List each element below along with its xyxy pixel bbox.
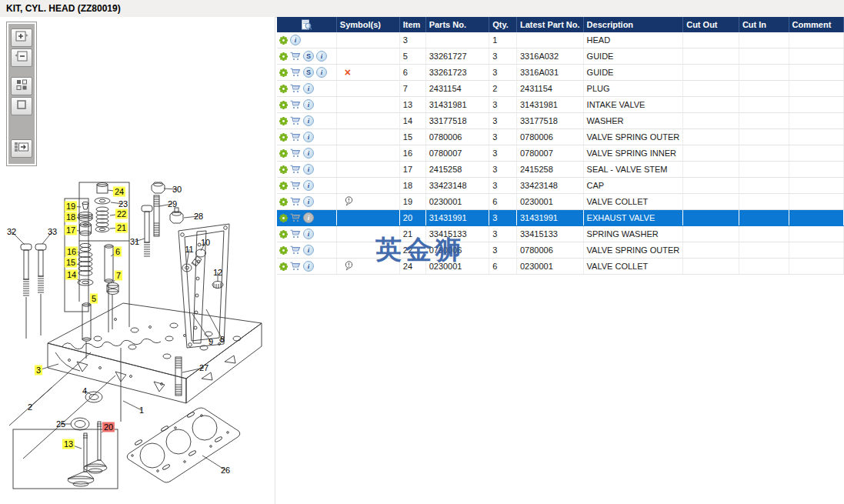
- zoom-out-button[interactable]: [11, 48, 32, 67]
- diagram-callout-12[interactable]: 12: [212, 268, 224, 278]
- icons-cell[interactable]: i: [277, 259, 336, 275]
- gear-icon[interactable]: [279, 165, 288, 174]
- diagram-callout-16[interactable]: 16: [65, 247, 78, 257]
- diagram-callout-17[interactable]: 17: [65, 225, 77, 235]
- info-badge-icon[interactable]: i: [303, 132, 314, 142]
- column-header-comment[interactable]: Comment: [789, 17, 843, 32]
- column-header-cut_in[interactable]: Cut In: [739, 17, 789, 32]
- info-badge-icon[interactable]: i: [316, 67, 327, 78]
- icons-cell[interactable]: i: [277, 226, 336, 242]
- icons-cell[interactable]: i: [277, 194, 336, 210]
- icons-cell[interactable]: i: [277, 145, 336, 162]
- gear-icon[interactable]: [279, 52, 288, 61]
- info-badge-icon[interactable]: i: [290, 35, 301, 45]
- gear-icon[interactable]: [279, 246, 288, 255]
- info-badge-icon[interactable]: i: [303, 164, 314, 175]
- diagram-callout-13[interactable]: 13: [62, 439, 75, 449]
- cart-icon[interactable]: [290, 84, 301, 93]
- column-header-latest[interactable]: Latest Part No.: [516, 17, 583, 32]
- diagram-callout-30[interactable]: 30: [171, 185, 183, 195]
- zoom-in-button[interactable]: [11, 28, 32, 47]
- diagram-callout-26[interactable]: 26: [219, 466, 232, 476]
- diagram-callout-6[interactable]: 6: [114, 247, 122, 257]
- icons-cell[interactable]: i: [277, 162, 336, 178]
- icons-cell[interactable]: i: [277, 32, 336, 48]
- table-row-item-21[interactable]: i2133415133333415133SPRING WASHER: [277, 226, 844, 242]
- gear-icon[interactable]: [279, 149, 288, 158]
- diagram-callout-8[interactable]: 8: [219, 335, 226, 345]
- column-header-symbol[interactable]: Symbol(s): [336, 17, 399, 32]
- diagram-callout-19[interactable]: 19: [65, 202, 77, 212]
- icons-cell[interactable]: i: [277, 242, 336, 259]
- cart-icon[interactable]: [290, 100, 301, 109]
- cart-icon[interactable]: [290, 149, 301, 158]
- column-header-parts_no[interactable]: Parts No.: [425, 17, 489, 32]
- cart-icon[interactable]: [290, 116, 301, 125]
- icons-cell[interactable]: i: [277, 113, 336, 129]
- single-view-button[interactable]: [11, 97, 32, 115]
- icons-cell[interactable]: i: [277, 210, 336, 226]
- gear-icon[interactable]: [279, 262, 288, 271]
- icons-cell[interactable]: i: [277, 81, 336, 97]
- table-row-item-16[interactable]: i16078000730780007VALVE SPRING INNER: [277, 145, 844, 162]
- column-header-cut_out[interactable]: Cut Out: [683, 17, 739, 32]
- info-badge-icon[interactable]: i: [303, 196, 314, 207]
- diagram-callout-21[interactable]: 21: [115, 223, 128, 233]
- tile-view-button[interactable]: [11, 77, 32, 95]
- table-row-item-15[interactable]: i15078000630780006VALVE SPRING OUTER: [277, 129, 844, 145]
- superseded-badge-icon[interactable]: S: [303, 67, 314, 78]
- column-header-icons[interactable]: [277, 17, 336, 32]
- gear-icon[interactable]: [279, 133, 288, 142]
- table-row-item-13[interactable]: i1331431981331431981INTAKE VALVE: [277, 97, 844, 113]
- gear-icon[interactable]: [279, 182, 288, 190]
- diagram-callout-14[interactable]: 14: [65, 270, 78, 280]
- table-row-item-17[interactable]: i17241525832415258SEAL - VALVE STEM: [277, 162, 844, 178]
- gear-icon[interactable]: [279, 198, 288, 206]
- diagram-callout-5[interactable]: 5: [90, 294, 98, 304]
- diagram-callout-15[interactable]: 15: [65, 258, 77, 268]
- table-row-item-3[interactable]: i31HEAD: [277, 32, 844, 48]
- info-badge-icon[interactable]: i: [303, 261, 314, 272]
- gear-icon[interactable]: [279, 85, 288, 93]
- column-header-item[interactable]: Item: [399, 17, 425, 32]
- diagram-callout-28[interactable]: 28: [192, 212, 205, 222]
- info-badge-icon[interactable]: i: [303, 115, 314, 126]
- diagram-callout-20[interactable]: 20: [102, 422, 115, 432]
- diagram-callout-31[interactable]: 31: [128, 237, 141, 247]
- cart-icon[interactable]: [290, 213, 301, 222]
- diagram-callout-7[interactable]: 7: [115, 271, 122, 281]
- diagram-callout-4[interactable]: 4: [81, 386, 88, 396]
- icons-cell[interactable]: Si: [277, 65, 336, 81]
- diagram-callout-10[interactable]: 10: [199, 238, 212, 248]
- cart-icon[interactable]: [290, 181, 301, 190]
- diagram-callout-29[interactable]: 29: [166, 199, 178, 209]
- icons-cell[interactable]: Si: [277, 48, 336, 65]
- gear-icon[interactable]: [279, 214, 288, 222]
- gear-icon[interactable]: [279, 68, 288, 77]
- gear-icon[interactable]: [279, 36, 288, 45]
- icons-cell[interactable]: i: [277, 178, 336, 194]
- info-badge-icon[interactable]: i: [303, 229, 314, 239]
- diagram-callout-25[interactable]: 25: [55, 419, 67, 429]
- cart-icon[interactable]: [290, 197, 301, 206]
- table-row-item-20[interactable]: i2031431991331431991EXHAUST VALVE: [277, 210, 844, 226]
- diagram-callout-33[interactable]: 33: [46, 227, 58, 237]
- table-row-item-5[interactable]: Si53326172733316A032GUIDE: [277, 48, 844, 65]
- toggle-list-button[interactable]: [11, 139, 32, 158]
- info-badge-icon[interactable]: i: [316, 51, 327, 62]
- column-header-desc[interactable]: Description: [583, 17, 683, 32]
- table-row-item-7[interactable]: i7243115422431154PLUG: [277, 81, 844, 97]
- cart-icon[interactable]: [290, 52, 301, 61]
- diagram-callout-23[interactable]: 23: [117, 199, 129, 209]
- icons-cell[interactable]: i: [277, 129, 336, 145]
- diagram-callout-2[interactable]: 2: [26, 402, 34, 412]
- cart-icon[interactable]: [290, 262, 301, 271]
- info-badge-icon[interactable]: i: [303, 99, 314, 110]
- table-row-item-22[interactable]: i22078000630780006VALVE SPRING OUTER: [277, 242, 844, 259]
- cart-icon[interactable]: [290, 245, 301, 255]
- gear-icon[interactable]: [279, 101, 288, 109]
- info-badge-icon[interactable]: i: [303, 83, 314, 94]
- diagram-callout-9[interactable]: 9: [207, 337, 215, 347]
- info-badge-icon[interactable]: i: [303, 148, 314, 159]
- diagram-callout-27[interactable]: 27: [198, 363, 210, 373]
